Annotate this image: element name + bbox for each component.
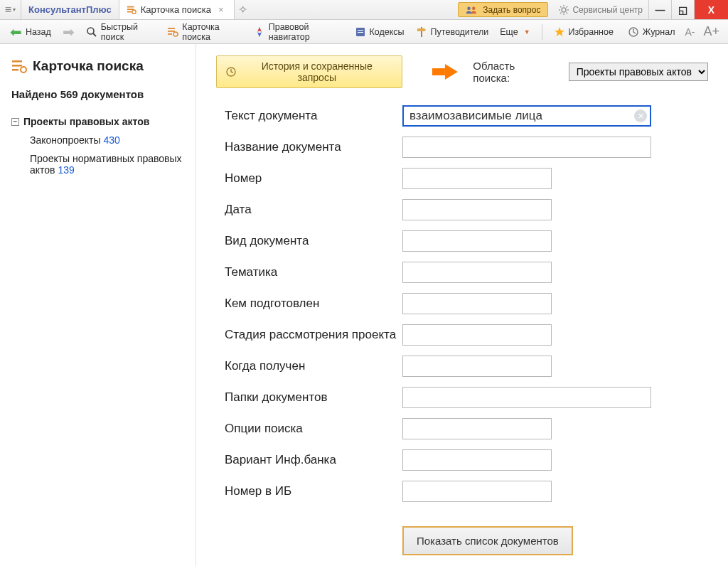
font-decrease-button[interactable]: A- (682, 26, 697, 38)
clear-field-icon[interactable]: ✕ (634, 110, 647, 122)
magnifier-icon (86, 26, 97, 38)
stage-input[interactable] (402, 324, 552, 346)
tab-search-card[interactable]: Карточка поиска × (119, 0, 235, 19)
collapse-icon[interactable]: − (11, 118, 19, 126)
close-button[interactable]: X (694, 0, 728, 19)
forward-button[interactable]: ➡ (58, 21, 79, 43)
svg-rect-24 (12, 69, 18, 71)
folders-input[interactable] (402, 387, 651, 408)
svg-point-25 (21, 67, 26, 73)
history-button[interactable]: История и сохраненные запросы (216, 55, 402, 88)
svg-marker-19 (417, 28, 426, 31)
card-search-button[interactable]: Карточка поиска (163, 20, 246, 44)
people-icon (466, 5, 478, 15)
svg-point-4 (467, 6, 471, 10)
search-area-select[interactable]: Проекты правовых актов (569, 63, 708, 81)
arrow-right-orange-icon (431, 61, 459, 82)
search-form: Текст документа ✕ Название документа Ном… (225, 105, 708, 502)
topic-input[interactable] (402, 262, 552, 283)
category-tree: − Проекты правовых актов Законопроекты 4… (11, 116, 184, 176)
svg-rect-23 (12, 65, 22, 67)
ask-label: Задать вопрос (483, 5, 540, 15)
svg-marker-14 (257, 32, 262, 37)
svg-point-5 (472, 6, 476, 10)
svg-point-6 (562, 8, 566, 12)
svg-rect-22 (12, 60, 22, 63)
svg-marker-20 (555, 27, 564, 36)
svg-rect-0 (127, 6, 134, 7)
toolbar: ⬅Назад ➡ Быстрый поиск Карточка поиска П… (0, 20, 728, 44)
doc-type-input[interactable] (402, 230, 552, 252)
search-card-icon (167, 26, 178, 38)
titlebar: ≡▾ КонсультантПлюс Карточка поиска × ✧ З… (0, 0, 728, 20)
tree-child-item[interactable]: Законопроекты 430 (11, 134, 184, 146)
prepared-by-input[interactable] (402, 293, 552, 314)
svg-point-12 (173, 32, 178, 36)
arrow-left-icon: ⬅ (10, 23, 22, 41)
compass-icon (254, 26, 265, 38)
options-input[interactable] (402, 418, 552, 439)
show-documents-button[interactable]: Показать список документов (402, 526, 573, 555)
results-count: Найдено 569 документов (11, 88, 184, 100)
tab-close-icon[interactable]: × (215, 4, 227, 15)
ask-question-button[interactable]: Задать вопрос (458, 2, 548, 17)
minimize-button[interactable]: — (648, 0, 671, 19)
svg-rect-9 (168, 28, 175, 29)
text-document-input[interactable] (402, 105, 651, 127)
svg-rect-11 (168, 33, 172, 35)
infobank-input[interactable] (402, 449, 552, 471)
book-icon (355, 26, 366, 38)
tab-label: Карточка поиска (141, 4, 211, 15)
content: История и сохраненные запросы Область по… (196, 44, 728, 566)
page-title: Карточка поиска (11, 58, 184, 74)
star-icon (554, 26, 565, 38)
svc-label: Сервисный центр (572, 5, 643, 15)
tree-child-item[interactable]: Проекты нормативных правовых актов 139 (11, 153, 184, 176)
form-row-text: Текст документа ✕ (225, 105, 708, 127)
received-input[interactable] (402, 356, 552, 377)
search-card-icon (11, 58, 27, 74)
chevron-down-icon: ▼ (524, 28, 530, 36)
number-input[interactable] (402, 168, 552, 189)
svg-rect-16 (358, 30, 363, 31)
arrow-right-icon: ➡ (63, 23, 75, 41)
svg-point-3 (132, 10, 136, 14)
name-document-input[interactable] (402, 137, 651, 158)
guides-button[interactable]: Путеводители (412, 24, 493, 40)
font-increase-button[interactable]: A+ (700, 24, 722, 39)
favorites-button[interactable]: Избранное (550, 24, 618, 40)
search-card-icon (127, 5, 136, 15)
back-button[interactable]: ⬅Назад (6, 21, 55, 43)
ib-number-input[interactable] (402, 481, 552, 502)
gear-icon (558, 4, 569, 16)
legal-navigator-button[interactable]: Правовой навигатор (250, 20, 348, 44)
history-icon (225, 66, 237, 78)
more-button[interactable]: Еще▼ (496, 25, 534, 39)
signpost-icon (416, 26, 427, 38)
content-header: История и сохраненные запросы Область по… (216, 55, 708, 88)
quick-search-button[interactable]: Быстрый поиск (82, 20, 161, 44)
svg-rect-27 (432, 68, 444, 75)
service-center-button[interactable]: Сервисный центр (552, 0, 648, 19)
clock-icon (628, 26, 639, 38)
search-area-label: Область поиска: (473, 60, 554, 84)
svg-rect-17 (358, 32, 363, 33)
svg-rect-2 (127, 11, 132, 12)
new-tab-button[interactable]: ✧ (235, 0, 252, 19)
svg-marker-28 (444, 64, 457, 80)
maximize-button[interactable]: ◱ (671, 0, 694, 19)
svg-point-7 (87, 28, 94, 34)
hamburger-menu[interactable]: ≡▾ (0, 0, 21, 19)
svg-line-8 (93, 33, 96, 36)
journal-button[interactable]: Журнал (623, 24, 680, 40)
codex-button[interactable]: Кодексы (350, 24, 409, 40)
sidebar: Карточка поиска Найдено 569 документов −… (0, 44, 196, 566)
brand-label: КонсультантПлюс (21, 0, 119, 19)
svg-marker-13 (257, 27, 262, 32)
svg-rect-10 (168, 31, 175, 32)
tree-root-node[interactable]: − Проекты правовых актов (11, 116, 184, 127)
date-input[interactable] (402, 199, 552, 220)
